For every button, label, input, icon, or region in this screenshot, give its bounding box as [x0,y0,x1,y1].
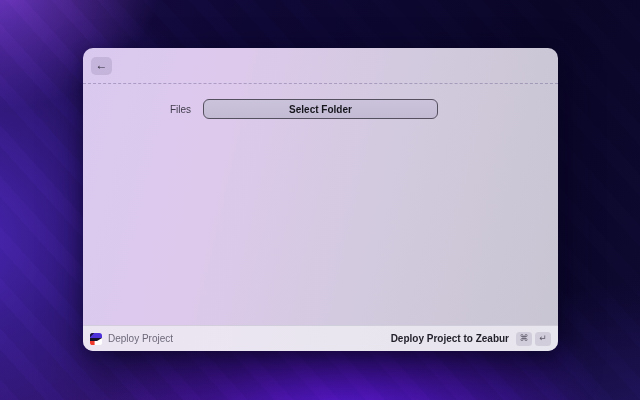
window-footer: Deploy Project Deploy Project to Zeabur … [83,325,558,351]
cmd-key-icon: ⌘ [516,332,532,346]
primary-action-button[interactable]: Deploy Project to Zeabur ⌘ ↵ [391,332,551,346]
files-form-row: Files Select Folder [83,99,558,119]
primary-action-label: Deploy Project to Zeabur [391,333,509,344]
desktop-background: ← Files Select Folder [0,0,640,400]
back-button[interactable]: ← [91,57,112,75]
zeabur-logo-icon [90,333,102,345]
select-folder-button[interactable]: Select Folder [203,99,438,119]
footer-app-name: Deploy Project [108,333,173,344]
deploy-project-window: ← Files Select Folder [83,48,558,351]
footer-app-info: Deploy Project [90,333,173,345]
enter-key-icon: ↵ [535,332,551,346]
window-header: ← [83,48,558,84]
files-label: Files [83,104,191,115]
form-area: Files Select Folder [83,84,558,325]
